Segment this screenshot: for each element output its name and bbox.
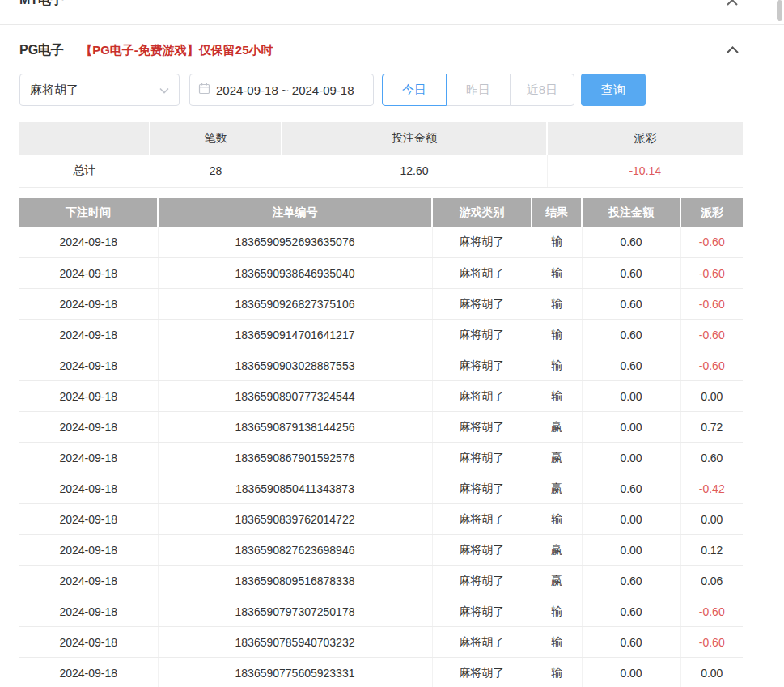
summary-header-blank — [19, 122, 150, 155]
payout-cell: -0.60 — [680, 627, 743, 658]
summary-header-bet-amount: 投注金额 — [282, 122, 547, 155]
summary-header-payout: 派彩 — [547, 122, 743, 155]
bet-amount-cell: 0.00 — [582, 504, 680, 535]
order-id-cell: 1836590797307250178 — [158, 596, 432, 627]
bet-time-cell: 2024-09-18 — [19, 289, 158, 320]
records-header-bet-time: 下注时间 — [19, 198, 158, 227]
game-type-cell: 麻将胡了 — [432, 443, 532, 473]
section-notice: 【PG电子-免费游戏】仅保留25小时 — [80, 43, 273, 58]
result-cell: 输 — [532, 258, 582, 289]
table-row: 2024-09-181836590785940703232麻将胡了输0.60-0… — [19, 627, 743, 658]
previous-section-header[interactable]: MT电子 — [0, 0, 784, 25]
betting-records-page: MT电子 PG电子 【PG电子-免费游戏】仅保留25小时 麻将胡了 2024-0… — [0, 0, 784, 687]
game-type-cell: 麻将胡了 — [432, 596, 532, 627]
bet-amount-cell: 0.00 — [582, 412, 680, 443]
date-range-value: 2024-09-18 ~ 2024-09-18 — [216, 83, 354, 97]
payout-cell: 0.00 — [680, 381, 743, 412]
date-range-input[interactable]: 2024-09-18 ~ 2024-09-18 — [189, 74, 374, 106]
result-cell: 输 — [532, 289, 582, 320]
game-type-cell: 麻将胡了 — [432, 504, 532, 535]
result-cell: 赢 — [532, 473, 582, 504]
game-type-cell: 麻将胡了 — [432, 627, 532, 658]
game-type-cell: 麻将胡了 — [432, 289, 532, 320]
range-button-today[interactable]: 今日 — [382, 74, 447, 106]
bet-amount-cell: 0.60 — [582, 596, 680, 627]
range-button-yesterday[interactable]: 昨日 — [446, 74, 511, 106]
bet-amount-cell: 0.60 — [582, 289, 680, 320]
order-id-cell: 1836590879138144256 — [158, 412, 432, 443]
order-id-cell: 1836590926827375106 — [158, 289, 432, 320]
records-header-payout: 派彩 — [680, 198, 743, 227]
summary-payout-total: -10.14 — [547, 155, 743, 187]
game-type-cell: 麻将胡了 — [432, 350, 532, 381]
game-type-cell: 麻将胡了 — [432, 412, 532, 443]
search-button[interactable]: 查询 — [581, 74, 646, 106]
table-row: 2024-09-181836590827623698946麻将胡了赢0.000.… — [19, 535, 743, 566]
order-id-cell: 1836590890777324544 — [158, 381, 432, 412]
bet-amount-cell: 0.00 — [582, 381, 680, 412]
summary-header-count: 笔数 — [150, 122, 282, 155]
records-table: 下注时间 注单编号 游戏类别 结果 投注金额 派彩 2024-09-181836… — [19, 198, 743, 687]
chevron-up-icon — [726, 45, 740, 57]
result-cell: 赢 — [532, 412, 582, 443]
table-row: 2024-09-181836590775605923331麻将胡了输0.000.… — [19, 658, 743, 687]
bet-amount-cell: 0.60 — [582, 320, 680, 350]
order-id-cell: 1836590850411343873 — [158, 473, 432, 504]
records-header-bet-amount: 投注金额 — [582, 198, 680, 227]
bet-time-cell: 2024-09-18 — [19, 596, 158, 627]
chevron-up-icon[interactable] — [726, 0, 739, 10]
result-cell: 输 — [532, 381, 582, 412]
table-row: 2024-09-181836590850411343873麻将胡了赢0.60-0… — [19, 473, 743, 504]
bet-amount-cell: 0.60 — [582, 227, 680, 258]
payout-cell: 0.00 — [680, 504, 743, 535]
result-cell: 输 — [532, 320, 582, 350]
bet-amount-cell: 0.60 — [582, 566, 680, 596]
filter-toolbar: 麻将胡了 2024-09-18 ~ 2024-09-18 今日 昨日 近8日 查… — [19, 74, 743, 106]
range-button-last8days[interactable]: 近8日 — [510, 74, 574, 106]
table-row: 2024-09-181836590879138144256麻将胡了赢0.000.… — [19, 412, 743, 443]
payout-cell: -0.60 — [680, 350, 743, 381]
game-type-cell: 麻将胡了 — [432, 258, 532, 289]
result-cell: 输 — [532, 350, 582, 381]
result-cell: 输 — [532, 658, 582, 687]
summary-count: 28 — [150, 155, 282, 187]
bet-time-cell: 2024-09-18 — [19, 320, 158, 350]
bet-time-cell: 2024-09-18 — [19, 566, 158, 596]
order-id-cell: 1836590775605923331 — [158, 658, 432, 687]
records-body: 2024-09-181836590952693635076麻将胡了输0.60-0… — [19, 227, 743, 687]
table-row: 2024-09-181836590867901592576麻将胡了赢0.000.… — [19, 443, 743, 473]
bet-amount-cell: 0.00 — [582, 658, 680, 687]
table-row: 2024-09-181836590809516878338麻将胡了赢0.600.… — [19, 566, 743, 596]
chevron-down-icon — [159, 83, 169, 97]
summary-table: 笔数 投注金额 派彩 总计 28 12.60 -10.14 — [19, 122, 743, 188]
order-id-cell: 1836590785940703232 — [158, 627, 432, 658]
game-type-cell: 麻将胡了 — [432, 535, 532, 566]
order-id-cell: 1836590809516878338 — [158, 566, 432, 596]
order-id-cell: 1836590952693635076 — [158, 227, 432, 258]
records-header-game-type: 游戏类别 — [432, 198, 532, 227]
scrollbar-thumb[interactable] — [777, 0, 782, 21]
payout-cell: -0.42 — [680, 473, 743, 504]
bet-time-cell: 2024-09-18 — [19, 412, 158, 443]
prev-section-title: MT电子 — [19, 0, 64, 9]
order-id-cell: 1836590867901592576 — [158, 443, 432, 473]
game-type-cell: 麻将胡了 — [432, 381, 532, 412]
order-id-cell: 1836590827623698946 — [158, 535, 432, 566]
calendar-icon — [198, 83, 210, 98]
bet-time-cell: 2024-09-18 — [19, 627, 158, 658]
bet-time-cell: 2024-09-18 — [19, 473, 158, 504]
bet-time-cell: 2024-09-18 — [19, 381, 158, 412]
result-cell: 赢 — [532, 566, 582, 596]
payout-cell: 0.72 — [680, 412, 743, 443]
pg-section-header: PG电子 【PG电子-免费游戏】仅保留25小时 — [0, 25, 784, 74]
game-select-value: 麻将胡了 — [30, 83, 159, 98]
result-cell: 赢 — [532, 535, 582, 566]
quick-range-group: 今日 昨日 近8日 — [382, 74, 574, 106]
bet-amount-cell: 0.60 — [582, 350, 680, 381]
collapse-button[interactable] — [723, 41, 743, 60]
payout-cell: -0.60 — [680, 227, 743, 258]
table-row: 2024-09-181836590839762014722麻将胡了输0.000.… — [19, 504, 743, 535]
bet-amount-cell: 0.60 — [582, 627, 680, 658]
game-select[interactable]: 麻将胡了 — [19, 74, 180, 106]
payout-cell: -0.60 — [680, 320, 743, 350]
